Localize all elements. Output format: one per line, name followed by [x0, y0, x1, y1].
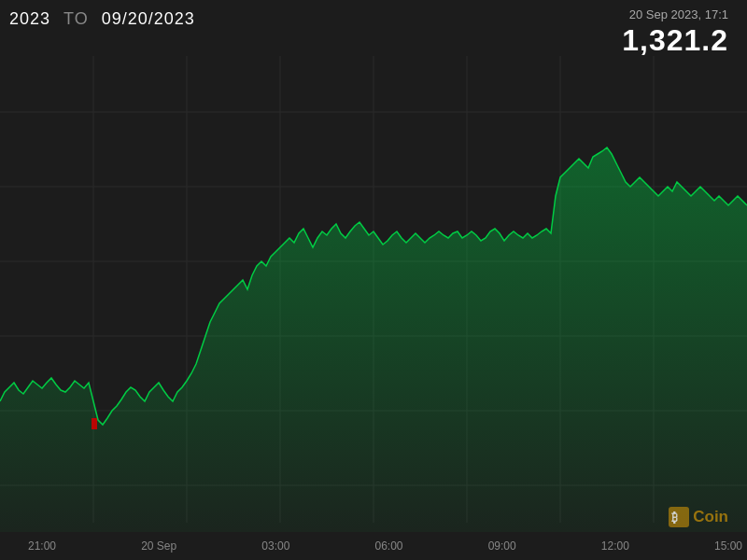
x-label-1500: 15:00: [714, 539, 742, 553]
chart-container: 2023 TO 09/20/2023 20 Sep 2023, 17:1 1,3…: [0, 0, 747, 560]
x-label-0300: 03:00: [261, 539, 289, 553]
x-label-0600: 06:00: [374, 539, 402, 553]
x-label-20sep: 20 Sep: [141, 539, 176, 553]
date-range-header: 2023 TO 09/20/2023: [9, 9, 195, 29]
date-to: 09/20/2023: [102, 9, 195, 28]
price-info-panel: 20 Sep 2023, 17:1 1,321.2: [622, 7, 728, 58]
watermark-text: Coin: [693, 508, 728, 526]
watermark: ₿ Coin: [669, 507, 728, 527]
chart-svg: [0, 0, 747, 560]
price-value: 1,321.2: [622, 23, 728, 58]
x-label-1200: 12:00: [601, 539, 629, 553]
x-axis-labels: 21:00 20 Sep 03:00 06:00 09:00 12:00 15:…: [0, 539, 747, 553]
price-timestamp: 20 Sep 2023, 17:1: [622, 7, 728, 21]
x-label-2100: 21:00: [28, 539, 56, 553]
date-separator: TO: [63, 9, 89, 28]
svg-rect-13: [92, 418, 97, 429]
x-label-0900: 09:00: [488, 539, 516, 553]
svg-text:₿: ₿: [671, 511, 678, 525]
coin-watermark-icon: ₿: [669, 507, 689, 527]
date-from-partial: 2023: [9, 9, 50, 28]
